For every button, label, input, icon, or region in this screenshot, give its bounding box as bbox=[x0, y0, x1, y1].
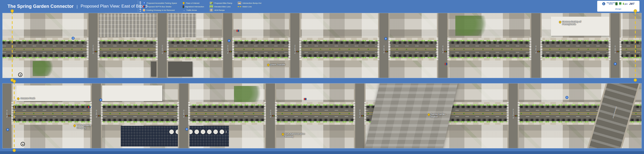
street-label: N. 6th St. bbox=[614, 45, 616, 53]
bike-ramp-swatch bbox=[210, 2, 213, 4]
match-line bbox=[635, 12, 636, 79]
signalized-intersection-icon bbox=[183, 5, 184, 8]
crosswalk bbox=[232, 38, 234, 60]
cross-street: N. 13th St. bbox=[87, 13, 99, 78]
map-strip-top: N. 13th St.N. 12th St.N. 11th St.N. 10th… bbox=[3, 13, 641, 78]
place-of-interest-icon bbox=[73, 124, 76, 127]
traffic-signal-icon bbox=[515, 115, 517, 116]
accessible-parking-icon: ♿ bbox=[6, 128, 9, 131]
legend-item: ♿Proposed Accessible Parking Space bbox=[143, 1, 177, 5]
traffic-signal-icon bbox=[229, 51, 232, 52]
street-label: N. Front St. bbox=[512, 108, 514, 119]
legend-item: ADA Ramps bbox=[210, 8, 232, 12]
cross-street: N. 6th St. bbox=[3, 83, 13, 148]
accessible-parking-icon: ♿ bbox=[614, 63, 617, 65]
legend-item: Match Line bbox=[238, 5, 261, 8]
north-arrow-icon: ▲ bbox=[18, 73, 22, 77]
legend-item: →Traffic Arrow bbox=[183, 8, 204, 12]
crosswalk bbox=[353, 102, 355, 125]
street-label: N. 9th St. bbox=[383, 45, 385, 53]
crosswalk bbox=[167, 38, 169, 60]
legend-item: Place of Interest bbox=[183, 1, 204, 5]
legend-item-label: Intersection Bump-Out bbox=[243, 2, 261, 4]
legend-item-label: Proposed SEPTA Bus Shelter bbox=[147, 6, 172, 8]
north-arrow-icon: ▲ bbox=[21, 142, 25, 146]
aerial-photo: N. 6th St.N. 5th St.N. 4th St.N. 3rd St.… bbox=[3, 83, 641, 148]
cross-street: N. 2nd St. bbox=[354, 83, 366, 148]
building bbox=[16, 85, 162, 101]
accessible-parking-icon: ♿ bbox=[185, 128, 188, 131]
legend-item: Existing Driveway to be Removed bbox=[143, 8, 177, 12]
trees bbox=[33, 61, 55, 76]
crosswalk bbox=[377, 38, 379, 60]
poi-marker: Amazon Fresh bbox=[17, 97, 35, 100]
traffic-signal-icon bbox=[617, 51, 619, 52]
legend-item-label: Proposed Bike Ramp bbox=[214, 2, 232, 4]
ada-ramps-swatch bbox=[210, 9, 213, 11]
street-label: N. 13th St. bbox=[92, 44, 94, 54]
match-line-swatch bbox=[238, 6, 241, 7]
map-strip-bottom: N. 6th St.N. 5th St.N. 4th St.N. 3rd St.… bbox=[3, 83, 641, 148]
poi-marker: SSA Administration Building bbox=[282, 133, 306, 138]
traffic-signal-icon bbox=[8, 115, 11, 116]
legend-columns: ♿Proposed Accessible Parking SpacePropos… bbox=[143, 1, 261, 12]
accessible-parking-icon: ♿ bbox=[384, 37, 387, 40]
place-of-interest-icon bbox=[182, 2, 185, 4]
place-of-interest-icon bbox=[558, 20, 562, 24]
crosswalk bbox=[529, 38, 531, 60]
legend-item-label: Signalized Intersection bbox=[185, 6, 204, 8]
header: The Spring Garden Connector | Proposed P… bbox=[0, 0, 644, 13]
accessible-parking-icon: ♿ bbox=[143, 2, 145, 4]
street-label: N. 3rd St. bbox=[269, 109, 272, 118]
poi-label: Spring Garden Station bbox=[431, 113, 452, 118]
crosswalk bbox=[275, 102, 277, 125]
brewery-tanks bbox=[169, 129, 226, 135]
plan-sheet: The Spring Garden Connector | Proposed P… bbox=[0, 0, 644, 154]
legend: LEGEND ♿Proposed Accessible Parking Spac… bbox=[138, 1, 261, 12]
accessible-parking-icon: ♿ bbox=[228, 39, 230, 42]
street-label: Delaware Ave bbox=[612, 106, 618, 119]
legend-item: Intersection Bump-Out bbox=[238, 1, 261, 5]
crosswalk bbox=[101, 102, 103, 125]
poi-label: Union Transfer bbox=[270, 64, 286, 66]
page-title: The Spring Garden Connector | Proposed P… bbox=[8, 0, 147, 13]
legend-title: LEGEND bbox=[139, 1, 141, 12]
septa-bus-shelter-icon bbox=[143, 6, 145, 8]
poi-label: Yards Brewing Company bbox=[77, 124, 97, 129]
title-divider: | bbox=[76, 4, 77, 9]
crosswalk bbox=[364, 102, 366, 125]
street-label: N. 2nd St. bbox=[359, 109, 361, 118]
crosswalk bbox=[436, 38, 438, 60]
crosswalk bbox=[447, 38, 449, 60]
crosswalk bbox=[518, 102, 520, 125]
traffic-signal-icon bbox=[385, 51, 388, 52]
building bbox=[551, 17, 611, 36]
accessible-parking-icon: ♿ bbox=[72, 37, 74, 40]
partner-logos: SPHILADELPHIA WATERpecJMTdvrpc bbox=[597, 1, 639, 12]
aerial-photo: N. 13th St.N. 12th St.N. 11th St.N. 10th… bbox=[3, 13, 641, 78]
legend-item-label: Elevated Bike Lane bbox=[214, 6, 231, 8]
crosswalk bbox=[87, 38, 89, 60]
poi-marker: Spring Garden Station bbox=[428, 113, 452, 118]
crosswalk bbox=[388, 38, 390, 60]
traffic-signal-icon bbox=[164, 51, 167, 52]
accessible-parking-icon: ♿ bbox=[566, 96, 568, 99]
crosswalk bbox=[177, 102, 179, 125]
crosswalk bbox=[507, 102, 509, 125]
traffic-signal-icon bbox=[272, 115, 275, 116]
traffic-signal-icon bbox=[185, 115, 188, 116]
poi-label: German Society of Pennsylvania bbox=[562, 21, 583, 26]
legend-item-label: Place of Interest bbox=[186, 2, 199, 4]
place-of-interest-icon bbox=[281, 133, 285, 136]
legend-item-label: Proposed Accessible Parking Space bbox=[147, 2, 177, 4]
crosswalk bbox=[221, 38, 223, 60]
title-sheet: Proposed Plan View: East of Broad bbox=[80, 4, 147, 9]
cross-street: N. 8th St. bbox=[437, 13, 449, 78]
crosswalk bbox=[264, 102, 266, 125]
septa-bus-shelter-icon bbox=[88, 106, 91, 108]
legend-item: Proposed SEPTA Bus Shelter bbox=[143, 5, 177, 8]
crosswalk bbox=[90, 102, 92, 125]
cross-street: N. 10th St. bbox=[289, 13, 301, 78]
street-label: N. 5th St. bbox=[95, 109, 98, 117]
legend-item-label: Match Line bbox=[243, 6, 252, 8]
